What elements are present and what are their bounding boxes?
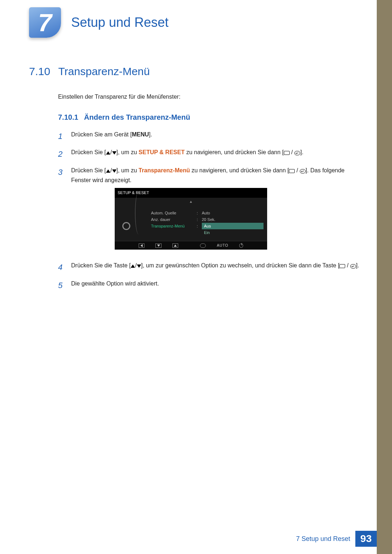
text: ], um zu (117, 167, 139, 173)
step-number: 4 (58, 260, 65, 274)
source-icon (339, 264, 345, 268)
page-footer: 7 Setup und Reset 93 (296, 531, 377, 547)
osd-selected-option: Aus (202, 223, 264, 230)
text: ]. (149, 131, 152, 138)
enter-icon (294, 151, 300, 155)
enter-icon (300, 169, 306, 173)
osd-nav-down-icon (155, 243, 161, 248)
step-number: 1 (58, 130, 65, 143)
footer-chapter-text: 7 Setup und Reset (296, 535, 350, 543)
osd-row-autom-quelle: Autom. Quelle : Auto (151, 210, 264, 216)
text: ]. (356, 262, 359, 268)
osd-nav-left-icon (139, 243, 144, 248)
osd-row-transparenz-menu: Transparenz-Menü : Aus (151, 223, 264, 229)
section-title: Transparenz-Menü (58, 65, 150, 78)
source-icon (284, 151, 290, 155)
osd-value: Auto (202, 210, 210, 217)
enter-icon (350, 264, 356, 268)
osd-arc-decoration (135, 192, 150, 234)
step-body: Drücken Sie die Taste [/], um zur gewüns… (71, 260, 363, 274)
step-number: 3 (58, 165, 65, 256)
osd-label: Anz. dauer (151, 216, 195, 223)
osd-screenshot: SETUP & RESET ▲ Autom. Quelle : Auto (115, 188, 267, 250)
page-content: 7.10 Transparenz-Menü Einstellen der Tra… (29, 65, 363, 296)
osd-auto-label: AUTO (217, 242, 228, 249)
step-body: Drücken Sie [/], um zu Transparenz-Menü … (71, 165, 363, 256)
osd-label: Autom. Quelle (151, 210, 195, 217)
chapter-header: 7 Setup und Reset (29, 7, 168, 38)
step-3: 3 Drücken Sie [/], um zu Transparenz-Men… (58, 165, 363, 256)
text: ], um zur gewünschten Option zu wechseln… (141, 262, 340, 268)
osd-option: Ein (202, 229, 212, 236)
keyword-transparenz-menu: Transparenz-Menü (139, 167, 190, 173)
step-number: 5 (58, 279, 65, 292)
section-intro-text: Einstellen der Transparenz für die Menüf… (58, 94, 363, 100)
colon: : (197, 216, 200, 223)
down-arrow-icon (112, 169, 117, 173)
section-heading: 7.10 Transparenz-Menü (29, 65, 363, 78)
osd-row-anz-dauer: Anz. dauer : 20 Sek. (151, 216, 264, 223)
subsection-heading: 7.10.1 Ändern des Transparenz-Menü (58, 113, 363, 122)
step-number: 2 (58, 147, 65, 161)
osd-power-icon (239, 243, 243, 248)
text: Drücken Sie die Taste [ (71, 262, 131, 268)
down-arrow-icon (137, 264, 141, 268)
keyword-setup-reset: SETUP & RESET (139, 149, 185, 155)
chapter-number-badge: 7 (29, 7, 61, 38)
step-1: 1 Drücken Sie am Gerät [MENU]. (58, 130, 363, 143)
osd-value: 20 Sek. (202, 216, 215, 223)
osd-label-highlighted: Transparenz-Menü (151, 223, 195, 230)
osd-footer-bar: AUTO (115, 241, 267, 250)
text: ], um zu (117, 149, 139, 155)
colon: : (197, 210, 200, 217)
right-sidebar (377, 0, 392, 554)
step-body: Die gewählte Option wird aktiviert. (71, 279, 363, 292)
step-4: 4 Drücken Sie die Taste [/], um zur gewü… (58, 260, 363, 274)
up-arrow-icon (106, 169, 110, 173)
text: zu navigieren, und drücken Sie dann [ (190, 167, 289, 173)
text: Die gewählte Option wird aktiviert. (71, 280, 159, 287)
text: zu navigieren, und drücken Sie dann [ (185, 149, 284, 155)
down-arrow-icon (112, 151, 117, 155)
step-body: Drücken Sie am Gerät [MENU]. (71, 130, 363, 143)
step-body: Drücken Sie [/], um zu SETUP & RESET zu … (71, 147, 363, 161)
gear-icon (122, 222, 130, 230)
menu-button-label: MENU (132, 131, 149, 138)
text: ]. (300, 149, 303, 155)
text: Drücken Sie [ (71, 167, 106, 173)
text: Drücken Sie am Gerät [ (71, 131, 132, 138)
section-number: 7.10 (29, 65, 50, 78)
up-arrow-icon (106, 151, 110, 155)
step-5: 5 Die gewählte Option wird aktiviert. (58, 279, 363, 292)
step-list: 1 Drücken Sie am Gerät [MENU]. 2 Drücken… (58, 130, 363, 292)
osd-row-option-ein: Ein (151, 229, 264, 236)
chapter-title: Setup und Reset (71, 15, 168, 30)
colon: : (197, 223, 200, 230)
footer-page-number: 93 (355, 531, 377, 547)
up-arrow-icon (131, 264, 135, 268)
subsection-title: Ändern des Transparenz-Menü (84, 113, 190, 122)
source-icon (289, 169, 295, 173)
step-2: 2 Drücken Sie [/], um zu SETUP & RESET z… (58, 147, 363, 161)
text: Drücken Sie [ (71, 149, 106, 155)
subsection-number: 7.10.1 (58, 113, 78, 122)
osd-nav-up-icon (172, 243, 178, 248)
osd-enter-icon (200, 243, 206, 248)
